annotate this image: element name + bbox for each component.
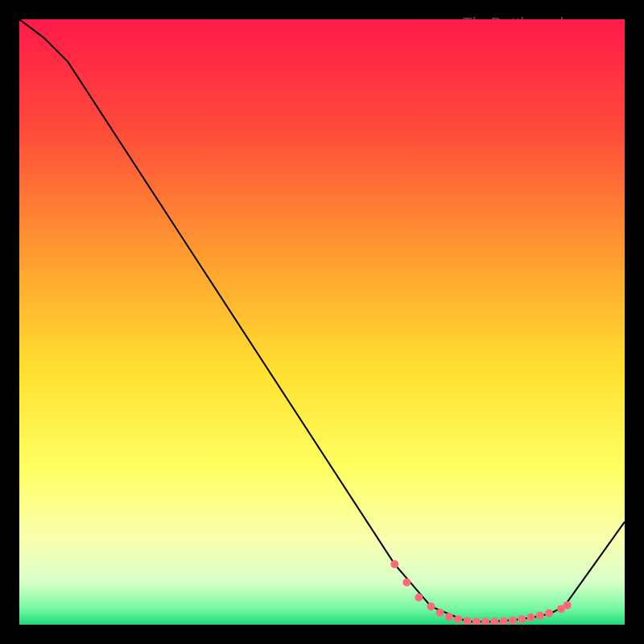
marker-point [402,578,411,586]
bottleneck-chart [19,19,625,625]
marker-point [518,615,526,623]
plot-area [19,19,625,625]
marker-point [509,617,517,625]
marker-point [536,612,544,620]
gradient-background [19,19,625,625]
marker-point [415,593,423,601]
marker-point [454,615,462,623]
marker-point [390,560,398,568]
marker-point [445,613,453,621]
marker-point [427,602,435,610]
chart-frame: TheBottlenecker.com [13,13,631,631]
marker-point [526,613,535,621]
marker-point [436,609,444,617]
marker-point [545,609,553,617]
marker-point [564,601,572,609]
